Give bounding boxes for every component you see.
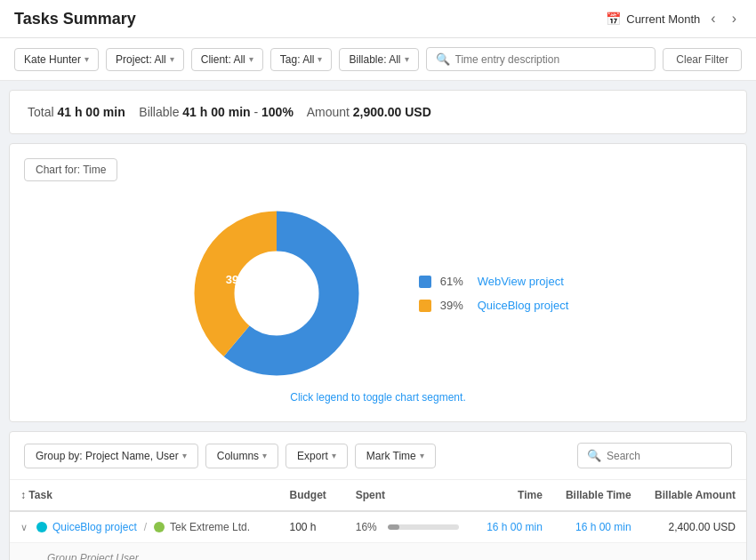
chevron-down-icon: ▾ [170, 54, 174, 64]
col-billable-time: Billable Time [553, 480, 642, 511]
donut-chart: 61% 39% [188, 204, 366, 382]
time-cell: 16 h 00 min [474, 511, 553, 543]
search-icon: 🔍 [587, 449, 601, 462]
billable-dash: - [253, 105, 261, 119]
search-icon: 🔍 [436, 52, 450, 66]
table-toolbar: Group by: Project Name, User ▾ Columns ▾… [10, 432, 746, 480]
total-label: Total [28, 105, 57, 119]
progress-bar [388, 524, 459, 530]
col-budget: Budget [279, 480, 345, 511]
group-by-button[interactable]: Group by: Project Name, User ▾ [24, 444, 198, 468]
chevron-down-icon: ▾ [332, 451, 336, 460]
table-section: Group by: Project Name, User ▾ Columns ▾… [9, 431, 747, 560]
legend-dot-quiceblog [419, 300, 431, 312]
period-label: 📅 Current Month [606, 12, 700, 26]
description-input[interactable] [455, 53, 647, 66]
chevron-down-icon: ▾ [84, 54, 89, 64]
billable-amount-cell: 2,400.00 USD [642, 511, 746, 543]
col-spent: Spent [345, 480, 475, 511]
group-user-cell: Group Project User [10, 543, 746, 561]
billable-time-cell: 16 h 00 min [553, 511, 642, 543]
chart-section: Chart for: Time 61% 39% 61% WebV [9, 143, 747, 422]
project-color-dot [36, 522, 47, 532]
group-user-label: Group Project User [20, 552, 139, 560]
page: Tasks Summary 📅 Current Month ‹ › Kate H… [0, 0, 756, 560]
summary-bar: Total 41 h 00 min Billable 41 h 00 min -… [9, 90, 747, 134]
user-filter[interactable]: Kate Hunter ▾ [14, 48, 99, 71]
chart-legend: 61% WebView project 39% QuiceBlog projec… [419, 275, 569, 312]
task-cell: ∨ QuiceBlog project / Tek Extreme Ltd. [10, 511, 279, 543]
spent-cell: 16% [345, 511, 475, 543]
legend-item-quiceblog: 39% QuiceBlog project [419, 299, 569, 312]
chevron-down-icon: ▾ [420, 451, 424, 460]
tag-filter[interactable]: Tag: All ▾ [270, 48, 333, 71]
budget-cell: 100 h [279, 511, 345, 543]
columns-button[interactable]: Columns ▾ [205, 444, 278, 468]
chevron-down-icon: ▾ [262, 451, 267, 460]
page-title: Tasks Summary [14, 10, 136, 28]
legend-pct-quiceblog: 39% [440, 299, 469, 312]
chart-for-button[interactable]: Chart for: Time [24, 158, 117, 181]
billable-label: Billable [139, 105, 182, 119]
table-header-row: ↕ Task Budget Spent Time Billable Time B… [10, 480, 746, 511]
header-right: 📅 Current Month ‹ › [606, 9, 742, 28]
col-time: Time [474, 480, 553, 511]
clear-filter-button[interactable]: Clear Filter [663, 48, 742, 71]
project-label: ∨ QuiceBlog project / Tek Extreme Ltd. [20, 521, 269, 533]
time-value: 16 h 00 min [487, 521, 543, 533]
col-billable-amount: Billable Amount [642, 480, 746, 511]
chart-container: 61% 39% 61% WebView project 39% QuiceBlo… [24, 196, 732, 382]
legend-item-webview: 61% WebView project [419, 275, 569, 288]
table-search: 🔍 [577, 443, 732, 468]
mark-time-button[interactable]: Mark Time ▾ [355, 444, 436, 468]
project-filter[interactable]: Project: All ▾ [106, 48, 184, 71]
donut-svg [188, 204, 366, 382]
billable-filter[interactable]: Billable: All ▾ [339, 48, 418, 71]
tasks-table: ↕ Task Budget Spent Time Billable Time B… [10, 480, 746, 560]
legend-dot-webview [419, 276, 431, 288]
spent-pct: 16% [356, 521, 381, 533]
chevron-down-icon: ▾ [182, 451, 187, 460]
expand-icon[interactable]: ∨ [20, 522, 28, 533]
billable-amount-value: 2,400.00 USD [669, 521, 736, 533]
client-name: Tek Extreme Ltd. [170, 521, 250, 533]
billable-time-value: 16 h 00 min [575, 521, 631, 533]
next-month-button[interactable]: › [727, 9, 742, 28]
project-name[interactable]: QuiceBlog project [52, 521, 137, 533]
total-value: 41 h 00 min [57, 105, 125, 119]
col-task: ↕ Task [10, 480, 279, 511]
prev-month-button[interactable]: ‹ [705, 9, 720, 28]
legend-name-quiceblog[interactable]: QuiceBlog project [478, 299, 569, 312]
filter-bar: Kate Hunter ▾ Project: All ▾ Client: All… [0, 38, 756, 81]
legend-name-webview[interactable]: WebView project [478, 275, 564, 288]
svg-point-2 [239, 256, 314, 331]
billable-pct: 100% [261, 105, 294, 119]
client-color-dot [154, 522, 165, 532]
progress-wrap: 16% [356, 521, 464, 533]
progress-fill [388, 524, 399, 530]
table-search-input[interactable] [607, 450, 722, 462]
client-filter[interactable]: Client: All ▾ [191, 48, 263, 71]
legend-pct-webview: 61% [440, 275, 469, 288]
table-row: Group Project User [10, 543, 746, 561]
chart-hint: Click legend to toggle chart segment. [24, 382, 732, 407]
description-search: 🔍 [426, 47, 656, 71]
amount-label: Amount [307, 105, 353, 119]
chevron-down-icon: ▾ [318, 54, 322, 64]
amount-value: 2,900.00 USD [353, 105, 431, 119]
table-row: ∨ QuiceBlog project / Tek Extreme Ltd. 1… [10, 511, 746, 543]
chevron-down-icon: ▾ [249, 54, 253, 64]
header: Tasks Summary 📅 Current Month ‹ › [0, 0, 756, 38]
calendar-icon: 📅 [606, 12, 621, 26]
billable-value: 41 h 00 min [182, 105, 250, 119]
export-button[interactable]: Export ▾ [286, 444, 348, 468]
chevron-down-icon: ▾ [405, 54, 409, 64]
